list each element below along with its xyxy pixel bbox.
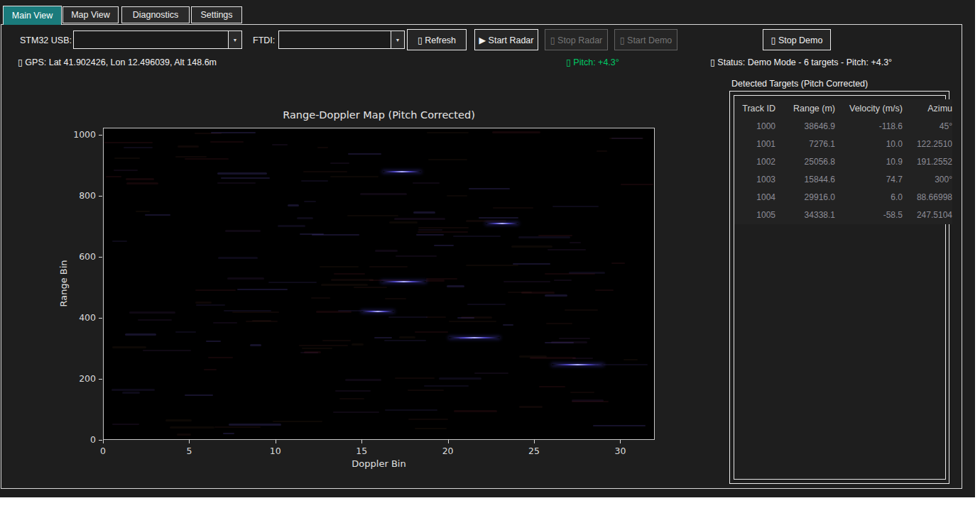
y-tick-label: 0: [65, 434, 96, 445]
table-row[interactable]: 100038646.9-118.645°: [734, 118, 952, 136]
target-streak: [383, 171, 420, 172]
table-cell: 15844.6: [781, 171, 841, 189]
column-header[interactable]: Azimu: [908, 99, 952, 118]
table-cell: -118.6: [841, 118, 908, 136]
table-cell: 88.66998: [908, 189, 952, 206]
table-cell: 25056.8: [781, 153, 841, 171]
table-row[interactable]: 100315844.674.7300°: [734, 171, 952, 189]
target-streak: [486, 223, 518, 224]
y-tick-label: 1000: [65, 129, 96, 140]
tab-diagnostics[interactable]: Diagnostics: [121, 6, 190, 23]
y-tick-label: 400: [65, 312, 96, 323]
table-cell: 122.2510: [908, 136, 952, 153]
x-tick-label: 20: [434, 446, 462, 456]
table-cell: 6.0: [841, 189, 908, 206]
demo-status-text: ▯ Status: Demo Mode - 6 targets - Pitch:…: [710, 57, 892, 67]
tab-label: Settings: [200, 10, 232, 20]
table-cell: 10.0: [841, 136, 908, 153]
table-row[interactable]: 100534338.1-58.5247.5104: [734, 206, 952, 224]
y-tick-label: 200: [65, 373, 96, 384]
tab-label: Main View: [12, 11, 53, 21]
table-cell: 300°: [908, 171, 952, 189]
table-cell: 34338.1: [781, 206, 841, 224]
chart-plot: [103, 128, 655, 440]
table-row[interactable]: 100429916.06.088.66998: [734, 189, 952, 206]
table-cell: 1004: [734, 189, 781, 206]
targets-table: Track IDRange (m)Velocity (m/s)Azimu 100…: [734, 99, 952, 224]
table-cell: 1000: [734, 118, 781, 136]
table-cell: 1001: [734, 136, 781, 153]
table-cell: 1002: [734, 153, 781, 171]
chart-title: Range-Doppler Map (Pitch Corrected): [103, 109, 655, 121]
table-cell: 10.9: [841, 153, 908, 171]
x-tick-label: 25: [520, 446, 548, 456]
targets-panel-title: Detected Targets (Pitch Corrected): [731, 79, 868, 89]
table-row[interactable]: 10017276.110.0122.2510: [734, 136, 952, 153]
target-streak: [361, 311, 394, 312]
target-streak: [552, 364, 604, 365]
tab-label: Diagnostics: [133, 10, 179, 20]
table-cell: 74.7: [841, 171, 908, 189]
table-cell: 247.5104: [908, 206, 952, 224]
chart: Range-Doppler Map (Pitch Corrected) Dopp…: [0, 0, 710, 497]
target-streak: [449, 337, 501, 338]
table-cell: 38646.9: [781, 118, 841, 136]
table-cell: 7276.1: [781, 136, 841, 153]
tab-map-view[interactable]: Map View: [62, 6, 119, 23]
table-cell: -58.5: [841, 206, 908, 224]
targets-table-body: 100038646.9-118.645°10017276.110.0122.25…: [734, 118, 952, 224]
tab-label: Map View: [71, 10, 110, 20]
y-tick-label: 600: [65, 251, 96, 262]
stop-demo-button[interactable]: ▯ Stop Demo: [763, 29, 831, 50]
x-tick-label: 15: [347, 446, 376, 456]
y-tick-label: 800: [65, 190, 96, 201]
tab-main-view[interactable]: Main View: [3, 6, 62, 25]
x-tick-label: 5: [175, 446, 203, 456]
table-cell: 1005: [734, 206, 781, 224]
table-row[interactable]: 100225056.810.9191.2552: [734, 153, 952, 171]
x-tick-label: 10: [261, 446, 290, 456]
table-header-row: Track IDRange (m)Velocity (m/s)Azimu: [734, 99, 952, 118]
table-cell: 29916.0: [781, 189, 841, 206]
column-header[interactable]: Track ID: [734, 99, 781, 118]
x-axis-label: Doppler Bin: [103, 458, 655, 469]
table-cell: 1003: [734, 171, 781, 189]
radar-app-window: Main View Map View Diagnostics Settings …: [0, 0, 975, 497]
column-header[interactable]: Range (m): [781, 99, 841, 118]
x-tick-label: 30: [606, 446, 634, 456]
tab-settings[interactable]: Settings: [191, 6, 242, 23]
x-tick-label: 0: [89, 446, 117, 456]
column-header[interactable]: Velocity (m/s): [841, 99, 908, 118]
target-streak: [381, 281, 426, 282]
table-cell: 45°: [908, 118, 952, 136]
table-cell: 191.2552: [908, 153, 952, 171]
